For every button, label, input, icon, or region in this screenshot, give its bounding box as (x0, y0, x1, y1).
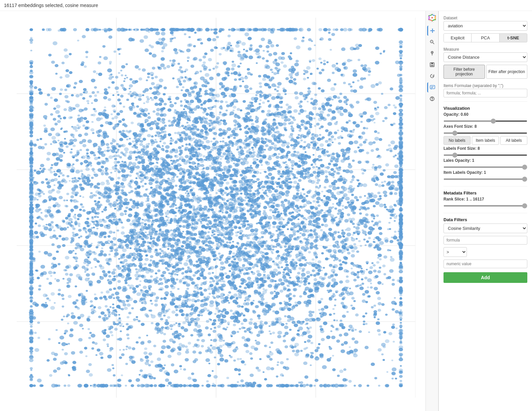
svg-point-5227 (270, 333, 272, 335)
svg-point-3855 (231, 331, 236, 335)
svg-point-2683 (79, 149, 82, 151)
svg-point-6534 (383, 190, 387, 194)
labels-opacity-slider[interactable] (444, 166, 527, 168)
svg-point-6140 (400, 112, 402, 114)
all-labels-btn[interactable]: All labels (500, 136, 527, 145)
svg-point-3886 (71, 170, 74, 172)
svg-point-6426 (141, 238, 144, 240)
filter-after-btn[interactable]: Filter after projection (486, 65, 528, 79)
svg-point-4868 (261, 126, 264, 129)
svg-point-7767 (373, 216, 375, 218)
svg-point-7455 (293, 143, 298, 147)
svg-point-1214 (237, 108, 240, 111)
svg-point-4099 (75, 104, 80, 108)
svg-point-7696 (327, 122, 332, 126)
svg-point-5121 (203, 289, 207, 292)
svg-point-8007 (245, 260, 248, 263)
svg-point-7029 (95, 216, 98, 218)
move-tool-button[interactable] (427, 26, 437, 36)
svg-point-47 (344, 341, 348, 344)
axes-font-slider[interactable] (444, 132, 527, 134)
svg-point-3776 (91, 267, 93, 269)
visualization-title: Visualization (444, 106, 527, 111)
svg-point-6070 (188, 143, 191, 146)
operator-select[interactable]: > < >= <= = != (444, 247, 467, 257)
svg-point-6529 (282, 28, 286, 31)
svg-point-5901 (30, 50, 32, 51)
similarity-select[interactable]: Cosine Similarity Euclidean Distance (444, 224, 527, 233)
svg-point-291 (303, 78, 306, 80)
svg-point-4826 (57, 120, 61, 123)
add-button[interactable]: Add (444, 272, 527, 283)
svg-point-5980 (115, 192, 119, 195)
svg-point-6831 (160, 63, 165, 67)
opacity-slider[interactable] (444, 120, 527, 122)
svg-point-4489 (234, 124, 236, 126)
svg-point-5283 (86, 149, 89, 151)
refresh-tool-button[interactable] (427, 71, 437, 81)
svg-point-3412 (196, 339, 199, 341)
save-tool-button[interactable] (427, 60, 437, 70)
no-labels-btn[interactable]: No labels (444, 136, 471, 145)
formula-input[interactable] (444, 236, 527, 245)
svg-point-3825 (224, 95, 227, 97)
svg-point-7844 (271, 168, 273, 170)
item-labels-btn[interactable]: Item labels (472, 136, 499, 145)
svg-point-122 (128, 312, 131, 315)
svg-point-6755 (305, 167, 310, 171)
tab-tsne[interactable]: t-SNE (500, 34, 527, 42)
svg-point-3817 (254, 264, 258, 267)
svg-point-7170 (292, 196, 296, 200)
svg-point-5604 (284, 214, 287, 216)
svg-point-7113 (209, 293, 211, 295)
svg-point-2607 (72, 126, 77, 130)
svg-point-7671 (86, 290, 88, 292)
svg-point-4568 (162, 149, 165, 151)
items-formulae-input[interactable] (444, 89, 527, 97)
pin-tool-button[interactable] (427, 48, 437, 58)
svg-point-381 (219, 113, 221, 115)
search-tool-button[interactable] (427, 37, 437, 47)
filter-before-btn[interactable]: Filter before projection (444, 65, 485, 79)
svg-point-7327 (139, 258, 143, 261)
svg-point-7565 (258, 385, 261, 387)
numeric-value-input[interactable] (444, 260, 527, 268)
svg-point-999 (366, 241, 369, 243)
svg-point-2974 (32, 302, 37, 306)
svg-point-5555 (352, 159, 355, 162)
svg-point-5328 (209, 303, 214, 307)
svg-point-4156 (101, 140, 104, 142)
rank-slice-slider[interactable] (444, 205, 527, 207)
axes-font-label: Axes Font Size: 8 (444, 124, 527, 129)
svg-point-2996 (100, 250, 104, 253)
svg-point-1836 (124, 198, 128, 201)
svg-point-6306 (180, 70, 184, 73)
svg-point-6316 (355, 314, 359, 317)
help-tool-button[interactable] (427, 94, 437, 104)
svg-point-6021 (225, 277, 227, 278)
svg-point-7016 (359, 265, 361, 267)
tab-pca[interactable]: PCA (472, 34, 499, 42)
svg-point-797 (321, 89, 325, 92)
comment-tool-button[interactable] (427, 82, 437, 92)
dataset-select[interactable]: aviation news wiki (444, 21, 527, 31)
svg-point-3811 (71, 148, 73, 150)
svg-point-5798 (177, 163, 181, 167)
svg-point-6204 (160, 200, 163, 203)
svg-point-1801 (170, 328, 172, 330)
svg-point-3643 (110, 241, 113, 243)
item-labels-opacity-slider[interactable] (444, 178, 527, 180)
svg-point-5677 (160, 120, 162, 122)
svg-point-3250 (120, 330, 122, 332)
svg-point-4175 (336, 154, 340, 157)
svg-point-6558 (249, 151, 252, 154)
measure-select[interactable]: Cosine Distance Euclidean Distance Manha… (444, 52, 527, 62)
svg-point-4852 (238, 151, 240, 153)
tab-explicit[interactable]: Explicit (444, 34, 472, 42)
svg-point-6592 (251, 194, 256, 198)
labels-font-slider[interactable] (444, 154, 527, 156)
svg-point-6657 (161, 172, 165, 176)
svg-point-7625 (166, 224, 168, 226)
svg-point-4731 (227, 74, 229, 76)
svg-point-6288 (304, 348, 307, 350)
